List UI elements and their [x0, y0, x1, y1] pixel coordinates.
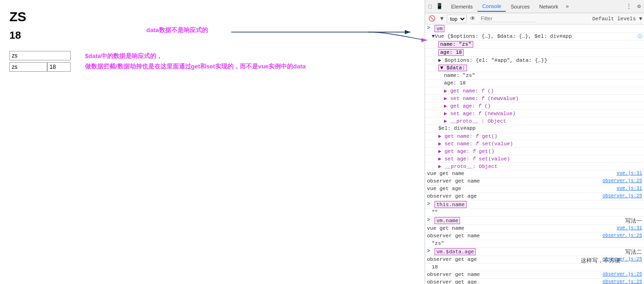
console-line-get-age: ▶ get age: f () [425, 102, 644, 110]
console-line-get-name2: ▶ get name: f get() [425, 133, 644, 140]
console-line-data-header: ▼ $data: [425, 64, 644, 72]
console-line-data-name: name: "zs" [425, 72, 644, 80]
writing-style-1-label: 写法一 [625, 217, 642, 225]
writing-style-2-label: 写法二 [625, 248, 642, 256]
settings-icon[interactable]: ⚙ [636, 3, 642, 10]
devtools-action-icons: ⋮ ⚙ [625, 3, 642, 10]
devtools-toolbar: 🚫 ▼ top 👁 Default levels ▼ [425, 13, 644, 25]
prompt-1: > [427, 25, 433, 31]
zs-title: ZS [9, 9, 415, 25]
link-observer25f[interactable]: observer.js:25 [602, 279, 642, 284]
link-vue31c[interactable]: vue.js:31 [617, 226, 642, 231]
tab-network[interactable]: Network [535, 2, 563, 11]
console-line-18-output: 18 [425, 264, 644, 271]
console-line-set-name2: ▶ set name: f set(value) [425, 140, 644, 148]
age-input[interactable] [47, 62, 71, 72]
console-line-get-age2: ▶ get age: f get() [425, 148, 644, 155]
eye-icon[interactable]: 👁 [468, 15, 477, 22]
this-name-highlight: this.name [435, 201, 467, 208]
tab-elements[interactable]: Elements [446, 2, 477, 11]
vm-input-highlight: vm [435, 25, 444, 32]
console-line-vmname: > vm.name 写法一 [425, 217, 644, 225]
data-highlight-header: ▼ $data: [438, 65, 467, 71]
annotation-data-reactive: $data中的数据是响应式的， 做数据拦截/数据劫持也是在这里面通过get和se… [85, 51, 306, 72]
devtools-panel: ⬚ 📱 Elements Console Sources Network » ⋮… [425, 0, 644, 284]
console-line-proto2: ▶ __proto__: Object [425, 163, 644, 170]
devtools-top-icons: ⬚ 📱 [427, 3, 444, 10]
console-output: > vm ▼ Vue {$options: {…}, $data: {…}, $… [425, 25, 644, 284]
age-title: 18 [9, 29, 415, 42]
console-line-el: $el: div#app [425, 125, 644, 133]
console-line-proto: ▶ __proto__ : Object [425, 117, 644, 125]
vm-name-highlight: vm.name [435, 217, 460, 224]
vm-data-age-highlight: vm.$data.age [435, 248, 476, 255]
console-line-vm-input: > vm [425, 25, 644, 33]
link-observer25e[interactable]: observer.js:25 [602, 272, 642, 277]
log-vue-get-name: vue get name vue.js:31 [425, 170, 644, 178]
console-line-name: name: "zs" [425, 41, 644, 49]
left-panel: ZS 18 data数据不是响应式的 $data中的数据是响应式的， 做数据拦截… [0, 0, 425, 284]
console-line-this-name: > this.name [425, 200, 644, 209]
console-line-set-name: ▶ set name: f (newValue) [425, 95, 644, 102]
console-line-get-name: ▶ get name: f () [425, 87, 644, 95]
annotation-not-reactive: data数据不是响应式的 [146, 26, 208, 34]
console-line-data-age-input: > vm.$data.age 写法二 [425, 248, 644, 256]
console-line-options: ▶ $options: {el: "#app", data: {…}} [425, 57, 644, 64]
log-vue-get-age: vue get age vue.js:31 [425, 185, 644, 193]
link-vue31b[interactable]: vue.js:31 [617, 186, 642, 191]
log-observer-get-age3: observer get age observer.js:25 [425, 279, 644, 284]
link-vue31[interactable]: vue.js:31 [617, 171, 642, 176]
filter-input[interactable] [479, 15, 535, 22]
log-observer-get-name2: observer get name observer.js:25 [425, 233, 644, 240]
prompt-4: > [427, 248, 433, 254]
console-line-set-age2: ▶ set age: f set(value) [425, 155, 644, 163]
console-line-set-age: ▶ set age: f (newValue) [425, 110, 644, 117]
name-input-2[interactable] [9, 62, 47, 72]
inspect-icon[interactable]: ⬚ [427, 3, 433, 10]
vue-link[interactable]: ⓘ [638, 33, 642, 40]
clear-console-icon[interactable]: 🚫 [427, 15, 437, 22]
tab-more[interactable]: » [563, 2, 572, 11]
link-observer25b[interactable]: observer.js:25 [602, 193, 642, 199]
tab-console[interactable]: Console [477, 1, 506, 12]
prompt-3: > [427, 217, 433, 223]
log-vue-get-name2: vue get name vue.js:31 [425, 225, 644, 233]
console-line-age: age: 18 [425, 49, 644, 57]
console-line-vue-obj: ▼ Vue {$options: {…}, $data: {…}, $el: d… [425, 33, 644, 41]
tab-sources[interactable]: Sources [506, 2, 534, 11]
console-line-zs-output: "zs" [425, 240, 644, 248]
console-line-data-age: age: 18 [425, 80, 644, 87]
vertical-dots-icon[interactable]: ⋮ [625, 3, 633, 10]
link-observer25a[interactable]: observer.js:25 [602, 178, 642, 184]
log-observer-get-age2: observer get age 这样写，不方便 observer.js:25 [425, 256, 644, 264]
name-input[interactable] [9, 51, 71, 60]
log-observer-get-name3: observer get name observer.js:25 [425, 271, 644, 279]
console-line-empty-string: "" [425, 209, 644, 217]
filter-icon[interactable]: ▼ [439, 16, 445, 22]
age-highlight: age: 18 [438, 49, 464, 56]
default-levels[interactable]: Default levels ▼ [592, 16, 642, 22]
log-observer-get-name: observer get name observer.js:25 [425, 178, 644, 185]
devtools-header: ⬚ 📱 Elements Console Sources Network » ⋮… [425, 0, 644, 13]
prompt-2: > [427, 201, 433, 207]
device-icon[interactable]: 📱 [435, 3, 444, 10]
name-highlight: name: "zs" [438, 41, 473, 48]
log-observer-get-age: observer get age observer.js:25 [425, 193, 644, 200]
expand-arrow[interactable]: ▼ [432, 33, 435, 39]
link-observer25c[interactable]: observer.js:25 [602, 233, 642, 238]
context-select[interactable]: top [447, 15, 467, 23]
